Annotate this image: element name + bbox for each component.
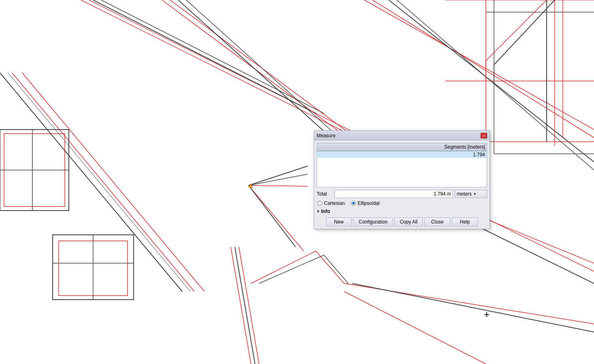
buttons-row: New Configuration Copy All Close Help xyxy=(317,217,487,226)
cartesian-radio[interactable]: Cartesian xyxy=(317,200,345,206)
close-x-icon: x xyxy=(483,134,485,138)
info-row[interactable]: Info xyxy=(317,209,487,214)
dropdown-arrow-icon: ▼ xyxy=(473,192,477,196)
dialog-close-button[interactable]: x xyxy=(481,133,487,138)
dialog-body: Segments [meters] 1.794 Total 1.794 m me… xyxy=(314,140,490,229)
copy-all-button[interactable]: Copy All xyxy=(394,217,423,226)
dialog-titlebar: Measure x xyxy=(314,131,490,140)
segments-header: Segments [meters] xyxy=(317,143,487,151)
dialog-title: Measure xyxy=(317,133,336,138)
ellipsoidal-radio[interactable]: Ellipsoidal xyxy=(351,200,379,206)
total-label: Total xyxy=(317,191,333,197)
configuration-button[interactable]: Configuration xyxy=(353,217,393,226)
radio-row: Cartesian Ellipsoidal xyxy=(317,200,487,206)
cartesian-radio-button[interactable] xyxy=(317,201,322,206)
help-button[interactable]: Help xyxy=(452,217,478,226)
info-expand-icon xyxy=(317,210,319,213)
info-label: Info xyxy=(321,209,330,214)
segments-data-area[interactable]: 1.794 xyxy=(317,151,487,187)
unit-dropdown[interactable]: meters ▼ xyxy=(455,190,487,198)
unit-selected-label: meters xyxy=(457,191,472,197)
map-canvas xyxy=(0,0,594,364)
close-button[interactable]: Close xyxy=(424,217,450,226)
segment-row: 1.794 xyxy=(317,151,487,158)
new-button[interactable]: New xyxy=(326,217,352,226)
ellipsoidal-radio-button[interactable] xyxy=(351,201,356,206)
total-value-display: 1.794 m xyxy=(334,190,453,198)
total-row: Total 1.794 m meters ▼ xyxy=(317,190,487,198)
cartesian-label: Cartesian xyxy=(324,200,345,206)
ellipsoidal-label: Ellipsoidal xyxy=(358,200,379,206)
measure-dialog: Measure x Segments [meters] 1.794 Total … xyxy=(314,130,490,229)
